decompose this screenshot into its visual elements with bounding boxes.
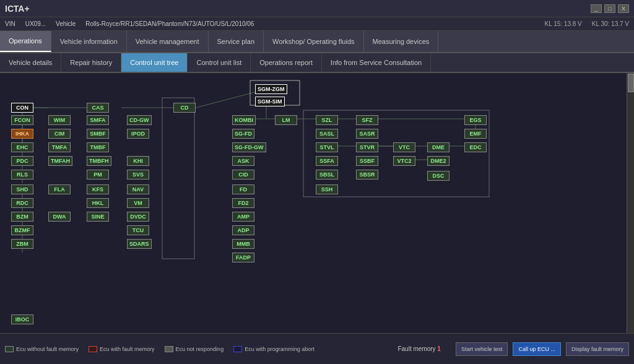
ecu-dme[interactable]: DME [427,142,449,152]
ecu-con[interactable]: CON [11,103,33,113]
ecu-tmfa[interactable]: TMFA [48,142,71,152]
ecu-tmbfh[interactable]: TMBFH [87,156,111,166]
second-nav-tab-0[interactable]: Vehicle details [0,53,61,72]
ecu-ssbf[interactable]: SSBF [356,156,378,166]
fault-memory-label: Fault memory [397,345,435,352]
top-nav-tab-3[interactable]: Service plan [209,31,264,52]
ecu-cas[interactable]: CAS [87,103,109,113]
ecu-vtc[interactable]: VTC [393,142,415,152]
ecu-wim[interactable]: WIM [48,115,71,125]
ecu-stvl[interactable]: STVL [316,142,338,152]
ecu-smbf[interactable]: SMBF [87,129,109,139]
maximize-button[interactable]: □ [604,4,615,13]
ecu-sgm-sim[interactable]: SGM-SIM [255,97,285,106]
ecu-khi[interactable]: KHI [127,156,149,166]
ecu-tcu[interactable]: TCU [127,225,149,235]
scrollbar[interactable] [627,73,634,333]
ecu-rdc[interactable]: RDC [11,198,33,208]
top-nav-tab-5[interactable]: Measuring devices [364,31,439,52]
ecu-kfs[interactable]: KFS [87,184,109,194]
ecu-egs[interactable]: EGS [464,115,487,125]
ecu-adp[interactable]: ADP [232,225,254,235]
top-nav-tab-0[interactable]: Operations [0,31,51,52]
legend-with-fault-label: Ecu with fault memory [100,346,155,352]
ecu-ssh[interactable]: SSH [316,184,338,194]
minimize-button[interactable]: _ [591,4,602,13]
ecu-fd[interactable]: FD [232,184,254,194]
ecu-cd-gw[interactable]: CD-GW [127,115,152,125]
ecu-ssfa[interactable]: SSFA [316,156,338,166]
top-nav-tab-2[interactable]: Vehicle management [127,31,209,52]
scroll-thumb[interactable] [628,74,634,92]
top-nav-tab-4[interactable]: Workshop/ Operating fluids [264,31,363,52]
ecu-smfa[interactable]: SMFA [87,115,109,125]
ecu-fcon[interactable]: FCON [11,115,33,125]
second-nav-tab-3[interactable]: Control unit list [188,53,251,72]
ecu-bzmf[interactable]: BZMF [11,225,33,235]
close-button[interactable]: X [618,4,629,13]
ecu-sine[interactable]: SINE [87,212,109,222]
call-up-ecu-button[interactable]: Call up ECU ... [513,342,561,356]
ecu-iboc[interactable]: IBOC [11,314,33,324]
ecu-svs[interactable]: SVS [127,170,149,180]
start-vehicle-test-button[interactable]: Start vehicle test [456,342,508,356]
ecu-bzm[interactable]: BZM [11,212,33,222]
ecu-tmfah[interactable]: TMFAH [48,156,72,166]
display-fault-memory-button[interactable]: Display fault memory [566,342,629,356]
ecu-zbm[interactable]: ZBM [11,239,33,249]
ecu-sg-fd-gw[interactable]: SG-FD-GW [232,142,266,152]
ecu-cid[interactable]: CID [232,170,254,180]
ecu-dme2[interactable]: DME2 [427,156,449,166]
ecu-ipod[interactable]: IPOD [127,129,149,139]
legend-prog-abort-label: Ecu with programming abort [245,346,315,352]
second-nav-tab-4[interactable]: Operations report [251,53,322,72]
ecu-sasl[interactable]: SASL [316,129,338,139]
ecu-cd[interactable]: CD [173,103,196,113]
ecu-cim[interactable]: CIM [48,129,71,139]
ecu-dwa[interactable]: DWA [48,212,71,222]
ecu-ask[interactable]: ASK [232,156,254,166]
ecu-sgm-zgm[interactable]: SGM-ZGM [255,84,287,94]
legend-no-fault: Ecu without fault memory [5,346,79,352]
ecu-pm[interactable]: PM [87,170,109,180]
ecu-amp[interactable]: AMP [232,212,254,222]
ecu-tmbf[interactable]: TMBF [87,142,109,152]
ecu-vm[interactable]: VM [127,198,149,208]
ecu-hkl[interactable]: HKL [87,198,109,208]
second-nav-tab-1[interactable]: Repair history [61,53,121,72]
vin-label: VIN [5,20,15,27]
ecu-sasr[interactable]: SASR [356,129,378,139]
second-nav-tab-2[interactable]: Control unit tree [121,53,188,72]
ecu-edc[interactable]: EDC [464,142,487,152]
ecu-sg-fd[interactable]: SG-FD [232,129,254,139]
status-bar: Ecu without fault memory Ecu with fault … [0,333,634,364]
ecu-dsc[interactable]: DSC [427,171,449,181]
ecu-rls[interactable]: RLS [11,170,33,180]
ecu-szl[interactable]: SZL [316,115,338,125]
ecu-fadp[interactable]: FADP [232,253,254,262]
ecu-fla[interactable]: FLA [48,184,71,194]
ecu-pdc[interactable]: PDC [11,156,33,166]
top-nav-tab-1[interactable]: Vehicle information [51,31,127,52]
second-nav-tab-5[interactable]: Info from Service Consultation [322,53,431,72]
vehicle-value: Rolls-Royce/RR1/SEDAN/Phantom/N73/AUTO/U… [85,20,254,27]
ecu-nav[interactable]: NAV [127,184,149,194]
ecu-shd[interactable]: SHD [11,184,33,194]
legend-not-responding: Ecu not responding [165,346,224,352]
ecu-sdars[interactable]: SDARS [127,239,152,249]
vin-bar: VIN UX09... Vehicle Rolls-Royce/RR1/SEDA… [0,17,634,31]
top-nav: OperationsVehicle informationVehicle man… [0,31,634,53]
ecu-lm[interactable]: LM [275,115,297,125]
ecu-kombi[interactable]: KOMBI [232,115,256,125]
ecu-fd2[interactable]: FD2 [232,198,254,208]
ecu-stvr[interactable]: STVR [356,142,378,152]
ecu-dvdc[interactable]: DVDC [127,212,149,222]
ecu-emf[interactable]: EMF [464,129,487,139]
ecu-vtc2[interactable]: VTC2 [393,156,415,166]
ecu-ehc[interactable]: EHC [11,142,33,152]
ecu-sbsr[interactable]: SBSR [356,170,378,180]
ecu-sfz[interactable]: SFZ [356,115,378,125]
ecu-sbsl[interactable]: SBSL [316,170,338,180]
ecu-ihka[interactable]: IHKA [11,129,33,139]
ecu-mmb[interactable]: MMB [232,239,254,249]
